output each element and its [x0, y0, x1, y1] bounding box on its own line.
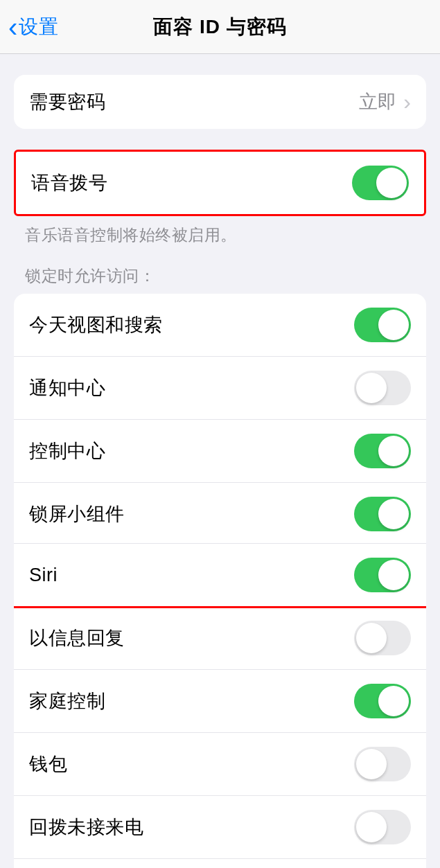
locked-access-row: Siri: [14, 543, 426, 608]
locked-access-toggle[interactable]: [354, 684, 411, 718]
locked-access-row: 通知中心: [14, 356, 426, 419]
require-passcode-value: 立即 ›: [359, 89, 411, 115]
locked-access-label: 锁屏小组件: [29, 502, 125, 526]
locked-access-toggle[interactable]: [354, 371, 411, 405]
locked-access-row: 以信息回复: [14, 606, 426, 669]
locked-access-label: 回拨未接来电: [29, 815, 143, 840]
locked-access-row: 控制中心: [14, 419, 426, 482]
back-button[interactable]: ‹ 设置: [0, 13, 59, 41]
voice-dial-row: 语音拨号: [16, 152, 424, 214]
locked-access-label: 通知中心: [29, 375, 105, 400]
toggle-knob: [378, 686, 409, 716]
locked-access-toggle[interactable]: [354, 810, 411, 844]
toggle-knob: [376, 168, 407, 198]
locked-access-row: 钱包: [14, 732, 426, 795]
toggle-knob: [378, 560, 409, 590]
voice-dial-label: 语音拨号: [31, 170, 107, 195]
require-passcode-label: 需要密码: [29, 89, 105, 114]
chevron-left-icon: ‹: [8, 13, 17, 41]
locked-access-toggle[interactable]: [354, 497, 411, 531]
toggle-knob: [378, 499, 409, 529]
toggle-knob: [356, 749, 387, 779]
locked-access-row: USB 配件: [14, 858, 426, 868]
toggle-knob: [356, 373, 387, 403]
nav-bar: ‹ 设置 面容 ID 与密码: [0, 0, 440, 54]
require-passcode-section: 需要密码 立即 ›: [14, 75, 426, 129]
voice-dial-section: 语音拨号: [14, 150, 426, 216]
locked-access-toggle[interactable]: [354, 747, 411, 781]
chevron-right-icon: ›: [403, 89, 411, 115]
locked-access-header: 锁定时允许访问：: [0, 246, 440, 294]
locked-access-row: 今天视图和搜索: [14, 294, 426, 356]
voice-dial-toggle[interactable]: [352, 166, 409, 200]
toggle-knob: [378, 310, 409, 340]
locked-access-row: 锁屏小组件: [14, 482, 426, 545]
locked-access-toggle[interactable]: [354, 558, 411, 592]
locked-access-label: 控制中心: [29, 439, 105, 463]
locked-access-row: 家庭控制: [14, 669, 426, 732]
locked-access-toggle[interactable]: [354, 621, 411, 655]
locked-access-row: 回拨未接来电: [14, 795, 426, 858]
locked-access-label: 钱包: [29, 752, 67, 777]
locked-access-label: 以信息回复: [29, 626, 125, 650]
locked-access-toggle[interactable]: [354, 434, 411, 468]
locked-access-label: 今天视图和搜索: [29, 312, 163, 337]
toggle-knob: [378, 436, 409, 466]
content: 需要密码 立即 › 语音拨号 音乐语音控制将始终被启用。 锁定时允许访问： 今天…: [0, 75, 440, 868]
require-passcode-row[interactable]: 需要密码 立即 ›: [14, 75, 426, 129]
voice-dial-footer: 音乐语音控制将始终被启用。: [0, 216, 440, 246]
locked-access-label: Siri: [29, 565, 58, 586]
toggle-knob: [356, 812, 387, 842]
locked-access-label: 家庭控制: [29, 689, 105, 714]
locked-access-section: 今天视图和搜索通知中心控制中心锁屏小组件Siri以信息回复家庭控制钱包回拨未接来…: [14, 294, 426, 868]
page-title: 面容 ID 与密码: [153, 14, 287, 40]
back-label: 设置: [19, 14, 59, 40]
toggle-knob: [356, 623, 387, 653]
locked-access-toggle[interactable]: [354, 308, 411, 342]
